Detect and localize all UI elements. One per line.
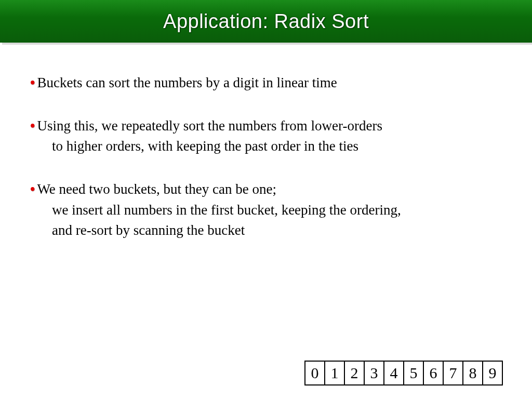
bullet-text-continuation: and re-sort by scanning the bucket [30,220,506,241]
digit-cell: 5 [403,361,424,385]
digit-row: 0 1 2 3 4 5 6 7 8 9 [304,361,503,385]
bullet-item: •Using this, we repeatedly sort the numb… [30,116,506,156]
bullet-icon: • [30,75,35,90]
digit-bucket-table: 0 1 2 3 4 5 6 7 8 9 [304,361,503,385]
digit-cell: 2 [344,361,365,385]
digit-cell: 6 [423,361,444,385]
bullet-text-continuation: we insert all numbers in the first bucke… [30,200,506,220]
bullet-text: We need two buckets, but they can be one… [37,181,276,197]
bullet-icon: • [30,118,35,134]
digit-cell: 9 [482,361,503,385]
slide-title: Application: Radix Sort [163,10,369,33]
digit-cell: 0 [304,361,325,385]
bullet-item: •We need two buckets, but they can be on… [30,179,506,240]
digit-cell: 7 [443,361,463,385]
bullet-text: Using this, we repeatedly sort the numbe… [37,118,382,134]
digit-cell: 1 [324,361,345,385]
title-bar: Application: Radix Sort [0,0,532,43]
digit-cell: 4 [383,361,404,385]
bullet-item: •Buckets can sort the numbers by a digit… [30,73,506,93]
bullet-text-continuation: to higher orders, with keeping the past … [30,136,506,156]
digit-cell: 8 [462,361,483,385]
bullet-text: Buckets can sort the numbers by a digit … [37,75,337,90]
slide-content: •Buckets can sort the numbers by a digit… [30,73,506,263]
bullet-icon: • [30,181,35,197]
digit-cell: 3 [364,361,384,385]
